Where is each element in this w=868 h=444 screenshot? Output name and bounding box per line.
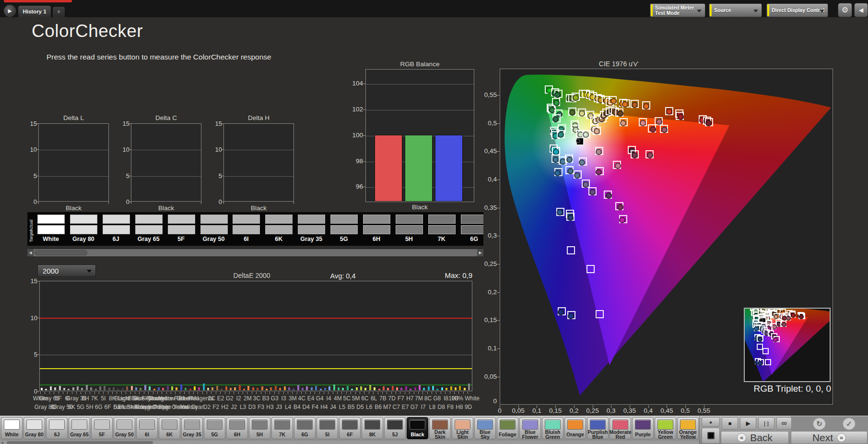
patch-button-blue-sky[interactable]: Blue Sky	[474, 417, 496, 439]
patch-label: 8K	[362, 430, 383, 439]
actual-swatch	[168, 215, 195, 224]
patch-button-black[interactable]: Black	[407, 417, 428, 439]
patch-button-8k[interactable]: 8K	[362, 417, 383, 439]
collapse-toolbar-button[interactable]: ▲	[702, 417, 720, 427]
deltae-bar	[364, 388, 366, 390]
scroll-left-icon[interactable]: ◀	[27, 249, 34, 256]
current-patch-button[interactable]	[702, 428, 720, 444]
step-button[interactable]: [·]	[758, 417, 774, 430]
patch-button-white[interactable]: White	[1, 417, 23, 439]
x-label: 6K	[68, 404, 75, 410]
scroll-right-icon[interactable]: ▶	[477, 249, 483, 256]
patch-button-6i[interactable]: 6I	[136, 417, 158, 439]
patch-button-5h[interactable]: 5H	[249, 417, 270, 439]
patch-button-gray-35[interactable]: Gray 35	[181, 417, 203, 439]
patch-button-6f[interactable]: 6F	[339, 417, 361, 439]
chevron-down-icon	[87, 270, 92, 273]
patch-button-light-skin[interactable]: Light Skin	[452, 417, 473, 439]
page-subtitle: Press the read series button to measure …	[47, 53, 271, 61]
y-tick-label: 5	[29, 351, 37, 358]
target-square-marker	[596, 310, 604, 318]
measurement-point	[553, 149, 559, 155]
refresh-button[interactable]: ↻	[813, 418, 826, 430]
settings-button[interactable]: ⚙	[838, 3, 852, 17]
deltae-bar	[257, 388, 258, 390]
meter-status-bar	[651, 4, 653, 16]
patch-button-5j[interactable]: 5J	[384, 417, 406, 439]
deltae-bar	[221, 389, 223, 390]
patch-button-moderate-red[interactable]: Moderate Red	[610, 417, 631, 439]
patch-button-5f[interactable]: 5F	[91, 417, 113, 439]
actual-swatch	[428, 215, 456, 224]
x-label: D3	[248, 404, 256, 410]
patch-button-6h[interactable]: 6H	[226, 417, 248, 439]
y-tick-label: 0,2	[478, 288, 497, 296]
nav-menu-button[interactable]: ▶	[4, 5, 16, 17]
patch-button-blue-flower[interactable]: Blue Flower	[519, 417, 541, 439]
toolbar-scrollbar[interactable]: ◀	[0, 441, 699, 444]
black-patch-icon	[707, 432, 715, 439]
meter-dropdown[interactable]: Simulated MeterTest Mode	[650, 3, 705, 17]
source-dropdown[interactable]: Source	[709, 3, 762, 17]
page-title: ColorChecker	[32, 21, 143, 41]
toolbar-scrollbar-thumb[interactable]	[7, 441, 153, 444]
measurement-point	[579, 159, 585, 166]
deltae-bar	[338, 387, 340, 390]
y-tick-label: 0,3	[478, 232, 497, 239]
x-label: Cyan	[191, 404, 205, 410]
y-tick-label: 100	[348, 132, 363, 139]
patch-button-gray-80[interactable]: Gray 80	[23, 417, 45, 439]
patch-button-purplish-blue[interactable]: Purplish Blue	[587, 417, 609, 439]
patch-swatch	[4, 420, 20, 430]
next-button[interactable]: Next »	[791, 431, 868, 444]
tab-history-1[interactable]: History 1	[18, 5, 51, 17]
patch-button-6j[interactable]: 6J	[46, 417, 68, 439]
patch-button-gray-50[interactable]: Gray 50	[114, 417, 135, 439]
stop-button[interactable]: ■	[722, 417, 738, 430]
deltae-bar	[356, 387, 358, 390]
measurement-point	[606, 192, 612, 199]
x-label: 5C	[343, 395, 351, 402]
continuous-read-button[interactable]: ∞	[776, 417, 792, 430]
strip-scrollbar[interactable]: ◀ ▶	[27, 249, 483, 256]
x-tick-label: 0,35	[620, 407, 639, 414]
confirm-button[interactable]: ✓	[843, 418, 856, 430]
x-tick-label: 0,55	[694, 407, 714, 414]
collapse-panel-button[interactable]: ◀	[854, 3, 868, 17]
patch-button-7k[interactable]: 7K	[271, 417, 293, 439]
patch-label: 6G	[294, 430, 315, 439]
y-tick-label: 10	[30, 146, 37, 153]
swatch-label: Gray 80	[68, 236, 99, 242]
swatch-label: Gray 50	[198, 236, 230, 242]
patch-button-5i[interactable]: 5I	[317, 417, 338, 439]
black-measurement-point	[576, 139, 580, 143]
patch-button-foliage[interactable]: Foliage	[497, 417, 518, 439]
patch-button-5g[interactable]: 5G	[204, 417, 225, 439]
scrollbar-thumb[interactable]	[35, 250, 87, 255]
x-label: B5	[348, 404, 355, 410]
target-square-marker	[586, 265, 595, 273]
add-tab-button[interactable]: +	[52, 6, 65, 17]
deltae-bar	[464, 388, 466, 390]
x-label: G7	[411, 404, 418, 410]
patch-button-yellow-green[interactable]: Yellow Green	[655, 417, 676, 439]
deltae-formula-dropdown[interactable]: 2000	[37, 264, 96, 277]
toolbar-scroll-left-icon[interactable]: ◀	[1, 441, 3, 444]
deltae-bar	[77, 386, 79, 390]
meter-dropdown-sublabel: Test Mode	[655, 11, 694, 16]
back-button[interactable]: « Back	[721, 431, 789, 444]
patch-button-bluish-green[interactable]: Bluish Green	[542, 417, 563, 439]
display-control-dropdown[interactable]: Direct Display Control	[766, 3, 828, 17]
patch-button-orange[interactable]: Orange	[564, 417, 586, 439]
x-label: 7K	[91, 395, 98, 402]
target-square-marker	[765, 359, 771, 365]
patch-button-gray-65[interactable]: Gray 65	[69, 417, 90, 439]
patch-button-purple[interactable]: Purple	[632, 417, 654, 439]
patch-button-6g[interactable]: 6G	[294, 417, 316, 439]
patch-button-dark-skin[interactable]: Dark Skin	[429, 417, 451, 439]
patch-button-orange-yellow[interactable]: Orange Yellow	[677, 417, 699, 439]
y-tick-label: 0,35	[478, 204, 497, 211]
measurement-point	[632, 102, 638, 108]
play-button[interactable]: ▶	[740, 417, 756, 430]
patch-button-6k[interactable]: 6K	[159, 417, 180, 439]
